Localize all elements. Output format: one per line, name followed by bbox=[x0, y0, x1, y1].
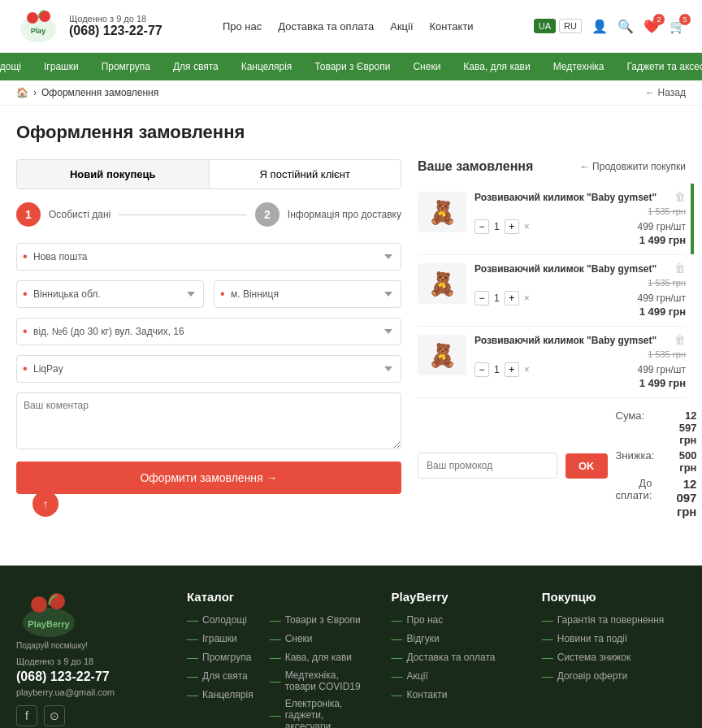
region-city-row: Вінницька обл. м. Вінниця bbox=[16, 280, 401, 308]
nav-about[interactable]: Про нас bbox=[223, 20, 262, 32]
submit-order-button[interactable]: Оформити замовлення → bbox=[16, 462, 401, 494]
header-hours: Щоденно з 9 до 18 bbox=[69, 14, 162, 24]
wishlist-icon[interactable]: ❤️2 bbox=[644, 19, 660, 34]
delivery-select-row: Нова пошта Укрпошта bbox=[16, 243, 401, 271]
scroll-top-button[interactable]: ↑ bbox=[32, 491, 58, 517]
cat-holiday[interactable]: Для свята bbox=[162, 53, 230, 80]
item-unit-price-2: 499 грн/шт bbox=[638, 292, 687, 304]
item-details-1: Розвиваючий килимок "Baby gymset" 1 535 … bbox=[474, 192, 686, 246]
total-label: До сплати: bbox=[616, 477, 652, 518]
qty-cross-1: × bbox=[524, 221, 530, 232]
footer-playberry-list: —Про нас —Відгуки —Доставка та оплата —А… bbox=[392, 613, 518, 701]
nav-promotions[interactable]: Акції bbox=[390, 20, 413, 32]
order-item-3: 🧸 Розвиваючий килимок "Baby gymset" 1 53… bbox=[418, 327, 686, 398]
qty-minus-3[interactable]: − bbox=[474, 362, 489, 377]
footer-list-item: —Акції bbox=[392, 670, 518, 682]
breadcrumb-home[interactable]: 🏠 bbox=[16, 87, 28, 98]
delete-item-1[interactable]: 🗑 bbox=[674, 190, 686, 203]
qty-minus-2[interactable]: − bbox=[474, 291, 489, 306]
qty-plus-2[interactable]: + bbox=[505, 291, 519, 306]
footer-list-item: —Медтехніка, товари COVID19 bbox=[270, 670, 367, 692]
cat-coffee[interactable]: Кава, для кави bbox=[452, 53, 541, 80]
delete-item-2[interactable]: 🗑 bbox=[674, 262, 686, 275]
address-select-row: від. №6 (до 30 кг) вул. Задчих, 16 bbox=[16, 318, 401, 345]
footer-list-item: —Відгуки bbox=[392, 632, 518, 645]
footer-playberry-title: PlayBerry bbox=[392, 590, 518, 604]
breadcrumb-bar: 🏠 › Оформлення замовлення ← Назад bbox=[0, 80, 702, 106]
address-select[interactable]: від. №6 (до 30 кг) вул. Задчих, 16 bbox=[16, 318, 401, 345]
promo-input[interactable] bbox=[418, 453, 557, 479]
promo-ok-button[interactable]: OK bbox=[566, 453, 608, 479]
footer-hours: Щоденно з 9 до 18 bbox=[16, 656, 162, 666]
qty-plus-1[interactable]: + bbox=[505, 219, 519, 234]
tab-existing-customer[interactable]: Я постійний клієнт bbox=[210, 160, 401, 188]
footer-catalog-title: Каталог bbox=[187, 590, 367, 604]
page-title: Оформлення замовлення bbox=[16, 122, 686, 143]
footer-phone: (068) 123-22-77 bbox=[16, 670, 162, 684]
city-select[interactable]: м. Вінниця bbox=[214, 280, 401, 308]
cat-europe[interactable]: Товари з Європи bbox=[303, 53, 401, 80]
region-select-wrapper: Вінницька обл. bbox=[16, 280, 204, 308]
header-phone: (068) 123-22-77 bbox=[69, 24, 162, 38]
cat-medical[interactable]: Медтехніка bbox=[542, 53, 616, 80]
payment-select[interactable]: LiqPay Готівка bbox=[16, 355, 401, 383]
cat-stationery[interactable]: Канцелярія bbox=[230, 53, 304, 80]
nav-contacts[interactable]: Контакти bbox=[430, 20, 474, 32]
step2-label: Інформація про доставку bbox=[288, 209, 401, 220]
cat-toys[interactable]: Іграшки bbox=[32, 53, 90, 80]
item-qty-3: − 1 + × bbox=[474, 362, 530, 377]
lang-ru[interactable]: RU bbox=[559, 19, 582, 33]
comment-textarea[interactable] bbox=[16, 392, 401, 449]
qty-cross-2: × bbox=[524, 292, 530, 304]
payment-select-row: LiqPay Готівка bbox=[16, 355, 401, 383]
address-select-wrapper: від. №6 (до 30 кг) вул. Задчих, 16 bbox=[16, 318, 401, 345]
footer-list-item: —Іграшки bbox=[187, 632, 254, 645]
right-panel: Ваше замовлення ← Продовжити покупки 🧸 Р… bbox=[418, 159, 686, 533]
region-select[interactable]: Вінницька обл. bbox=[16, 280, 204, 308]
footer-list-item: —Промгрупа bbox=[187, 651, 254, 664]
order-title: Ваше замовлення bbox=[418, 159, 533, 174]
step1-circle: 1 bbox=[16, 202, 41, 227]
header-contact: Щоденно з 9 до 18 (068) 123-22-77 bbox=[69, 14, 162, 38]
user-icon[interactable]: 👤 bbox=[592, 19, 608, 34]
delivery-select-wrapper: Нова пошта Укрпошта bbox=[16, 243, 401, 271]
footer-catalog-list2: —Товари з Європи —Снеки —Кава, для кави … bbox=[270, 613, 367, 728]
footer: PlayBerry Подаруй посмішку! Щоденно з 9 … bbox=[0, 566, 702, 728]
delete-item-3[interactable]: 🗑 bbox=[674, 333, 686, 346]
wishlist-badge: 2 bbox=[653, 14, 665, 25]
footer-list-item: —Для свята bbox=[187, 670, 254, 682]
cat-snacks[interactable]: Снеки bbox=[401, 53, 452, 80]
comment-row bbox=[16, 392, 401, 452]
footer-playberry-col: PlayBerry —Про нас —Відгуки —Доставка та… bbox=[392, 590, 518, 728]
summary-sum-row: Сума: 12 597 грн bbox=[616, 410, 697, 446]
footer-catalog-inner: —Солодощі —Іграшки —Промгрупа —Для свята… bbox=[187, 613, 367, 728]
footer-list-item: —Система знижок bbox=[542, 651, 686, 664]
green-line-1 bbox=[691, 184, 694, 254]
nav-delivery[interactable]: Доставка та оплата bbox=[278, 20, 374, 32]
cat-candy[interactable]: Солодощі bbox=[0, 53, 32, 80]
item-details-2: Розвиваючий килимок "Baby gymset" 1 535 … bbox=[474, 263, 686, 318]
facebook-icon[interactable]: f bbox=[16, 705, 37, 726]
search-icon[interactable]: 🔍 bbox=[618, 19, 634, 34]
qty-val-1: 1 bbox=[494, 221, 500, 232]
tab-new-customer[interactable]: Новий покупець bbox=[17, 160, 209, 188]
qty-plus-3[interactable]: + bbox=[505, 362, 519, 377]
continue-shopping-button[interactable]: ← Продовжити покупки bbox=[580, 161, 686, 172]
cat-promo[interactable]: Промгрупа bbox=[90, 53, 162, 80]
qty-minus-1[interactable]: − bbox=[474, 219, 489, 234]
breadcrumb-sep: › bbox=[33, 87, 37, 98]
delivery-select[interactable]: Нова пошта Укрпошта bbox=[16, 243, 401, 271]
cat-gadgets[interactable]: Гаджети та аксесуари bbox=[616, 53, 703, 80]
cart-icon[interactable]: 🛒5 bbox=[670, 19, 686, 34]
footer-list-item: —Електроніка, гаджети, аксесуари bbox=[270, 698, 367, 728]
item-name-1: Розвиваючий килимок "Baby gymset" bbox=[474, 192, 686, 203]
item-unit-price-1: 499 грн/шт bbox=[638, 221, 687, 232]
instagram-icon[interactable]: ⊙ bbox=[44, 705, 65, 726]
back-button[interactable]: ← Назад bbox=[645, 87, 686, 98]
footer-list-item: —Договір оферти bbox=[542, 670, 686, 682]
item-old-price-3: 1 535 грн bbox=[474, 349, 686, 359]
discount-label: Знижка: bbox=[616, 449, 655, 474]
footer-purchase-title: Покупцю bbox=[542, 590, 686, 604]
lang-ua[interactable]: UA bbox=[534, 19, 556, 33]
footer-list-item: —Товари з Європи bbox=[270, 613, 367, 626]
